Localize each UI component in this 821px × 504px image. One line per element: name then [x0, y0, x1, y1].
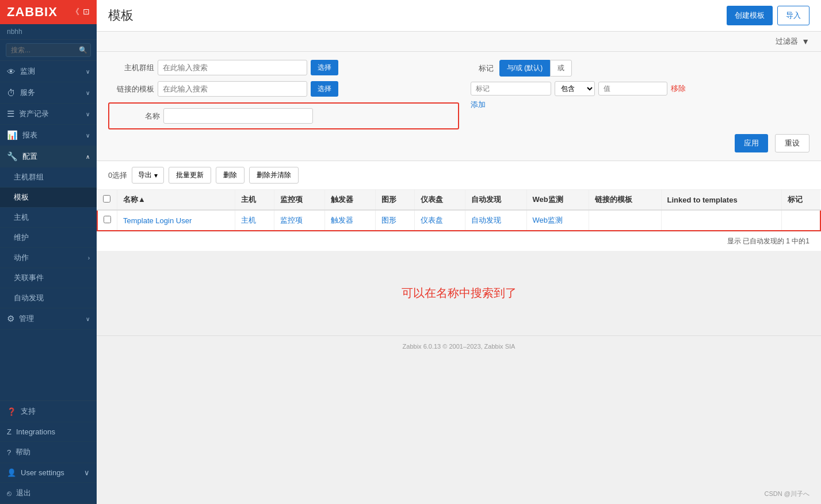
sidebar-item-report[interactable]: 📊报表 ∨: [0, 125, 97, 146]
th-linked-templates[interactable]: 链接的模板: [589, 190, 661, 210]
th-hosts[interactable]: 主机: [235, 190, 274, 210]
export-button[interactable]: 导出 ▾: [132, 167, 164, 184]
sidebar-item-help[interactable]: ?帮助: [0, 442, 97, 463]
tag-condition-row: 等于 包含 不等于 不包含 移除: [471, 81, 810, 96]
report-icon: 📊: [7, 130, 18, 140]
top-actions: 创建模板 导入: [727, 6, 809, 25]
tag-name-input[interactable]: [471, 82, 551, 96]
sidebar-search-input[interactable]: [6, 43, 91, 57]
service-arrow: ∨: [86, 90, 90, 96]
th-checkbox: [97, 190, 117, 210]
assets-icon: ☰: [7, 109, 14, 119]
template-name-link[interactable]: Template Login User: [123, 216, 192, 225]
th-triggers[interactable]: 触发器: [325, 190, 376, 210]
config-icon: 🔧: [7, 151, 18, 162]
sidebar-item-actions[interactable]: 动作 ›: [0, 248, 97, 268]
sidebar-item-monitor[interactable]: 👁监测 ∨: [0, 61, 97, 82]
bulk-update-button[interactable]: 批量更新: [169, 167, 211, 184]
monitor-items-link[interactable]: 监控项: [280, 216, 303, 224]
tag-value-input[interactable]: [598, 82, 667, 96]
name-label: 名称: [114, 111, 160, 121]
manage-icon: ⚙: [7, 314, 14, 324]
assets-arrow: ∨: [86, 111, 90, 117]
triggers-link[interactable]: 触发器: [331, 216, 353, 224]
sidebar-item-autodiscovery[interactable]: 自动发现: [0, 288, 97, 308]
sidebar-item-integrations[interactable]: ZIntegrations: [0, 422, 97, 442]
select-all-checkbox[interactable]: [103, 195, 110, 203]
host-group-select-button[interactable]: 选择: [311, 60, 338, 75]
sidebar-item-host-groups[interactable]: 主机群组: [0, 167, 97, 188]
row-graphs-cell: 图形: [375, 210, 415, 231]
autodiscovery-link[interactable]: 自动发现: [471, 216, 501, 224]
sidebar-item-support[interactable]: ❓支持: [0, 401, 97, 422]
row-dashboards-cell: 仪表盘: [415, 210, 465, 231]
sidebar-item-service[interactable]: ⏱服务 ∨: [0, 82, 97, 104]
support-icon: ❓: [7, 407, 16, 416]
th-graphs[interactable]: 图形: [375, 190, 415, 210]
tag-remove-button[interactable]: 移除: [671, 83, 686, 94]
tag-add-button[interactable]: 添加: [471, 100, 486, 110]
sidebar-item-config[interactable]: 🔧配置 ∧: [0, 146, 97, 167]
sidebar-item-assets[interactable]: ☰资产记录 ∨: [0, 104, 97, 125]
create-template-button[interactable]: 创建模板: [727, 6, 773, 25]
user-icon: 👤: [7, 468, 16, 477]
dashboards-link[interactable]: 仪表盘: [421, 216, 443, 224]
th-web-monitor[interactable]: Web监测: [526, 190, 589, 210]
filter-container: 主机群组 选择 链接的模板 选择 名称 Template Lo: [97, 52, 821, 161]
apply-button[interactable]: 应用: [735, 134, 768, 152]
th-tags[interactable]: 标记: [781, 190, 820, 210]
row-checkbox[interactable]: [104, 216, 111, 223]
table-section: 0选择 导出 ▾ 批量更新 删除 删除并清除 名称▲ 主机: [97, 161, 821, 251]
import-button[interactable]: 导入: [777, 6, 809, 25]
tag-header-row: 标记 与/或 (默认) 或: [471, 60, 810, 77]
reset-button[interactable]: 重设: [775, 134, 809, 152]
sidebar-item-maintenance[interactable]: 维护: [0, 228, 97, 248]
th-linked-to-templates[interactable]: Linked to templates: [661, 190, 781, 210]
filter-left-col: 主机群组 选择 链接的模板 选择 名称 Template Lo: [108, 60, 459, 129]
row-name-cell: Template Login User: [117, 210, 235, 231]
name-filter-box: 名称 Template Login User: [108, 102, 459, 129]
sidebar-item-manage[interactable]: ⚙管理 ∨: [0, 308, 97, 330]
linked-template-select-button[interactable]: 选择: [311, 81, 338, 97]
sidebar-item-templates[interactable]: 模板: [0, 188, 97, 208]
actions-arrow: ›: [88, 255, 90, 261]
th-autodiscovery[interactable]: 自动发现: [465, 190, 526, 210]
filter-action-row: 应用 重设: [97, 129, 821, 161]
tag-condition-select[interactable]: 等于 包含 不等于 不包含: [555, 81, 595, 96]
tag-and-button[interactable]: 与/或 (默认): [499, 60, 551, 77]
name-input[interactable]: Template Login User: [163, 108, 313, 124]
tag-toggle: 与/或 (默认) 或: [499, 60, 572, 77]
sidebar-item-user-settings[interactable]: 👤User settings ∨: [0, 463, 97, 483]
filter-right-col: 标记 与/或 (默认) 或 等于 包含 不等于 不包含: [459, 60, 810, 129]
footer: Zabbix 6.0.13 © 2001–2023, Zabbix SIA: [97, 335, 821, 357]
sidebar-search-wrap: 🔍: [0, 40, 97, 61]
collapse-icon[interactable]: 《: [71, 7, 79, 17]
pagination-info: 显示 已自动发现的 1 中的1: [97, 231, 821, 251]
th-name[interactable]: 名称▲: [117, 190, 235, 210]
sidebar-item-corr-events[interactable]: 关联事件: [0, 268, 97, 288]
tag-or-button[interactable]: 或: [550, 60, 572, 77]
linked-template-input[interactable]: [158, 81, 307, 97]
host-group-input[interactable]: [158, 60, 307, 75]
service-icon: ⏱: [7, 88, 16, 98]
filter-grid: 主机群组 选择 链接的模板 选择 名称 Template Lo: [97, 52, 821, 129]
row-web-monitor-cell: Web监测: [526, 210, 589, 231]
expand-icon[interactable]: ⊡: [83, 7, 90, 17]
monitor-arrow: ∨: [86, 68, 90, 75]
logo-text: ZABBIX: [7, 5, 58, 20]
export-dropdown-icon[interactable]: ▾: [154, 171, 158, 180]
help-icon: ?: [7, 448, 11, 457]
tag-section-label: 标记: [471, 63, 494, 74]
sidebar-item-hosts[interactable]: 主机: [0, 208, 97, 228]
config-arrow: ∧: [86, 154, 90, 160]
sidebar-item-logout[interactable]: ⎋退出: [0, 483, 97, 504]
delete-clear-button[interactable]: 删除并清除: [249, 167, 299, 184]
delete-button[interactable]: 删除: [216, 167, 245, 184]
web-monitor-link[interactable]: Web监测: [533, 216, 563, 224]
th-monitor-items[interactable]: 监控项: [274, 190, 325, 210]
row-monitor-items-cell: 监控项: [274, 210, 325, 231]
graphs-link[interactable]: 图形: [381, 216, 396, 224]
row-autodiscovery-cell: 自动发现: [465, 210, 526, 231]
th-dashboards[interactable]: 仪表盘: [415, 190, 465, 210]
hosts-link[interactable]: 主机: [241, 216, 256, 224]
